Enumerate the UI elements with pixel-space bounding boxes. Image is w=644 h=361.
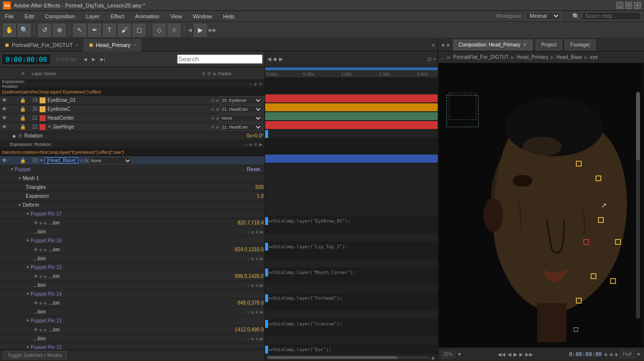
scrollbar-track[interactable]: [267, 356, 430, 359]
expr-rot-graph-icon[interactable]: ◈: [249, 142, 252, 147]
pin17-tion-sw3[interactable]: ⊕: [255, 229, 259, 234]
expr-link-icon[interactable]: ⊕: [259, 82, 263, 87]
brush-tool[interactable]: 🖌: [118, 24, 131, 37]
next-frame-btn[interactable]: ▶▶: [525, 352, 533, 357]
layer-21-sw1[interactable]: ⊕: [211, 116, 215, 121]
shape-tool[interactable]: ◇: [153, 24, 166, 37]
layer-20-parent-select[interactable]: 21. HeadCen: [219, 105, 263, 113]
mesh-expand[interactable]: ▼: [18, 176, 22, 180]
layer-23-expand[interactable]: ▼: [40, 158, 44, 163]
maximize-button[interactable]: □: [625, 2, 632, 9]
puppet-expand[interactable]: ▼: [10, 167, 14, 172]
playback-play[interactable]: ▶: [513, 352, 517, 357]
menu-help[interactable]: Help: [221, 12, 236, 20]
prev-frame-btn[interactable]: ◀◀: [498, 352, 506, 357]
layer-search-input[interactable]: [177, 54, 263, 64]
panel-icon-1[interactable]: ◈: [441, 42, 445, 47]
layer-19-lock[interactable]: 🔒: [20, 97, 26, 103]
pin17-sw1[interactable]: ◈: [39, 221, 43, 226]
expr-rot-link-icon[interactable]: ⊕: [254, 142, 258, 147]
layer-22-sw2[interactable]: ◈: [216, 125, 219, 130]
preview-icon-2[interactable]: ◈: [609, 352, 613, 357]
minimize-button[interactable]: _: [616, 2, 623, 9]
layer-20-eye[interactable]: 👁: [1, 106, 8, 112]
time-display[interactable]: 0:00:00:00: [2, 54, 50, 65]
pin13-sw3[interactable]: ⊕: [255, 336, 259, 341]
pin14-sw2[interactable]: ◈: [44, 301, 47, 306]
layer-21-lock[interactable]: 🔒: [20, 115, 26, 121]
deform-expand[interactable]: ▼: [18, 203, 22, 207]
menu-window[interactable]: Window: [191, 12, 214, 20]
pin14-sw4[interactable]: ▶: [260, 310, 264, 315]
pin15-ion-value[interactable]: 996.0,1426.0: [235, 273, 264, 279]
prev-frame[interactable]: ◀: [82, 57, 89, 62]
pin17-sw2[interactable]: ◈: [44, 221, 47, 226]
pen-tool[interactable]: ✒: [88, 24, 101, 37]
menu-file[interactable]: File: [3, 12, 16, 20]
pin15-sw1[interactable]: ◈: [39, 274, 43, 279]
quality-arrow[interactable]: ▼: [636, 352, 641, 357]
footage-tab[interactable]: Footage(: [565, 40, 596, 50]
layer-row-23[interactable]: 👁 🔒 23 ▼ [Head_Base] ⊕ fx: [0, 156, 265, 165]
expr-rot-play-icon[interactable]: ▶: [259, 142, 263, 147]
pin16-expand[interactable]: ▼: [26, 238, 30, 243]
pin16-sw2[interactable]: ◈: [44, 247, 47, 252]
pin17-tion-sw2[interactable]: ◈: [251, 229, 254, 234]
zoom-level[interactable]: 25%: [441, 351, 455, 358]
prev-keyframe-btn[interactable]: ◀: [267, 56, 271, 62]
pin16-tion-sw2[interactable]: ◈: [251, 256, 254, 261]
zoom-in-btn[interactable]: +: [433, 56, 436, 62]
layer-23-sw1[interactable]: ⊕: [80, 158, 84, 163]
puppet-reset[interactable]: Reset: [247, 167, 260, 172]
quality-select[interactable]: Half: [620, 351, 634, 358]
pin16-tion-sw3[interactable]: ⊕: [255, 256, 259, 261]
pin13-ion-value[interactable]: 1412.0,490.0: [235, 327, 264, 332]
pin13-sw2[interactable]: ◈: [251, 336, 254, 341]
orbit-tool[interactable]: ⊕: [53, 24, 66, 37]
pin15-sw1[interactable]: =: [247, 283, 250, 288]
menu-composition[interactable]: Composition: [43, 12, 77, 20]
preview-icon-1[interactable]: ◈: [604, 352, 608, 357]
text-tool[interactable]: T: [103, 24, 116, 37]
pin13-sw2[interactable]: ◈: [44, 327, 47, 332]
pin14-sw2[interactable]: ◈: [251, 310, 254, 315]
menu-view[interactable]: View: [168, 12, 184, 20]
add-keyframe-btn[interactable]: ◆: [273, 56, 277, 62]
pin16-eye-icon[interactable]: 👁: [34, 247, 38, 252]
layer-23-fx[interactable]: fx: [85, 158, 89, 163]
eraser-tool[interactable]: ◻: [133, 24, 145, 37]
pin17-tion-sw1[interactable]: =: [247, 229, 250, 234]
layer-23-parent-select[interactable]: None: [89, 157, 132, 165]
breadcrumb-head-primary[interactable]: Head_Primary: [517, 54, 549, 60]
fit-timeline-btn[interactable]: ⊡: [427, 56, 431, 62]
pin14-sw1[interactable]: ◈: [39, 301, 43, 306]
scrollbar-thumb[interactable]: [267, 356, 397, 359]
close-button[interactable]: ×: [634, 2, 641, 9]
layer-22-eye[interactable]: 👁: [1, 124, 8, 130]
prev-btn[interactable]: ◀: [507, 352, 511, 357]
search-input[interactable]: [582, 12, 641, 20]
pin15-expand[interactable]: ▼: [26, 265, 30, 270]
tab-portrait[interactable]: ◼ PortraitFlat_For_DIGTUT ×: [0, 39, 84, 51]
rotation-stopwatch[interactable]: ⏱: [18, 134, 22, 138]
zoom-tool[interactable]: 🔍: [18, 24, 31, 37]
hand-tool[interactable]: ✋: [3, 24, 16, 37]
layer-20-sw1[interactable]: ⊕: [211, 107, 215, 112]
pin15-eye-icon[interactable]: 👁: [34, 274, 38, 279]
comp-tab-arrow[interactable]: ▼: [522, 42, 527, 47]
pin15-sw2[interactable]: ◈: [251, 283, 254, 288]
rotate-tool[interactable]: ↺: [38, 24, 51, 37]
pin13-sw4[interactable]: ▶: [260, 336, 264, 341]
pin16-tion-sw4[interactable]: ▶: [260, 256, 264, 261]
tab-portrait-close[interactable]: ×: [76, 43, 78, 47]
pin13-sw1[interactable]: =: [247, 336, 250, 341]
layer-row-19[interactable]: 👁 🔒 19 EyeBrow_01 ⊕ ◈ 20.: [0, 96, 265, 105]
pin13-eye-icon[interactable]: 👁: [34, 327, 38, 332]
pin17-tion-sw4[interactable]: ▶: [260, 229, 264, 234]
next-keyframe-btn[interactable]: ▶: [279, 56, 283, 62]
expansion-value[interactable]: 1.0: [257, 193, 264, 199]
breadcrumb-eye[interactable]: eye: [590, 54, 598, 60]
layer-row-20[interactable]: 👁 🔒 20 EyebrowC ⊕ ◈ 21. H: [0, 105, 265, 114]
layer-20-sw2[interactable]: ◈: [216, 107, 219, 112]
layer-row-21[interactable]: 👁 🔒 21 HeadCenter ⊕ ◈ Non: [0, 114, 265, 123]
